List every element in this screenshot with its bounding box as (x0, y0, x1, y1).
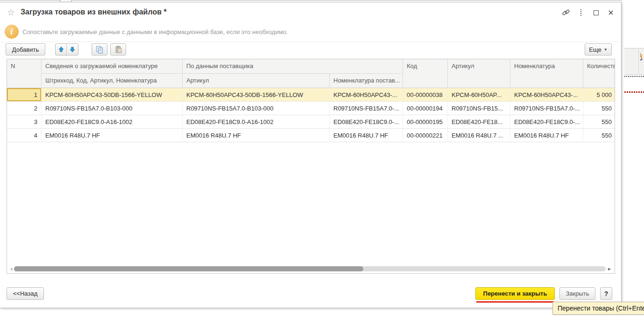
tooltip: Перенести товары (Ctrl+Enter) (552, 302, 644, 315)
more-button[interactable]: Еще ▼ (585, 43, 612, 55)
cell-loaded[interactable]: KPCM-60H50APC43-50DB-1566-YELLOW (42, 88, 183, 101)
cell-loaded[interactable]: ED08E420-FE18C9.0-A16-1002 (42, 115, 183, 128)
cell-qty[interactable]: 550 (583, 115, 615, 128)
chevron-down-icon: ▼ (604, 48, 608, 52)
cell-supplier_nom[interactable]: EM0016 R48U.7 HF (330, 129, 403, 142)
mapping-table: N Сведения о загружаемой номенклатуре Шт… (7, 59, 615, 274)
separator (0, 41, 621, 42)
move-down-button[interactable] (67, 44, 78, 55)
scrollbar-thumb[interactable] (14, 266, 363, 271)
cell-nom[interactable]: EM0016 R48U.7 HF (510, 129, 583, 142)
table-row[interactable]: 4EM0016 R48U.7 HFEM0016 R48U.7 HFEM0016 … (7, 129, 615, 142)
info-message: Сопоставьте загружаемые данные с данными… (22, 28, 288, 35)
cell-qty[interactable]: 550 (583, 102, 615, 115)
background-dotted-line-red (624, 91, 644, 93)
background-column-icon (639, 53, 644, 61)
close-button[interactable]: Закрыть (559, 287, 595, 300)
cell-n[interactable]: 4 (7, 129, 42, 142)
cell-supplier_sku[interactable]: R09710NS-FB15A7.0-B103-000 (183, 102, 330, 115)
cell-supplier_sku[interactable]: KPCM-60H50APC43-50DB-1566-YELLOW (183, 88, 330, 101)
column-header-nomenclature[interactable]: Номенклатура (510, 59, 583, 88)
arrow-up-icon (58, 46, 64, 53)
mouse-highlight-underline (476, 301, 554, 303)
cell-nom[interactable]: R09710NS-FB15A7.0-... (510, 102, 583, 115)
paste-button[interactable] (110, 43, 126, 55)
background-table-header-fragment (624, 48, 644, 75)
background-window-fragment (622, 0, 644, 318)
window-controls: ✕ (562, 8, 615, 17)
column-header-n[interactable]: N (7, 59, 42, 88)
arrow-down-icon (69, 46, 76, 53)
help-button[interactable]: ? (600, 287, 612, 300)
cell-supplier_nom[interactable]: ED08E420-FE18C9.0-... (330, 115, 403, 128)
column-header-supplier-nomenclature[interactable]: Номенклатура постав... (330, 74, 403, 88)
column-header-supplier-data[interactable]: По данным поставщика (183, 59, 403, 74)
column-header-loaded-info[interactable]: Сведения о загружаемой номенклатуре (42, 59, 183, 74)
move-up-button[interactable] (56, 44, 67, 55)
close-icon[interactable]: ✕ (607, 8, 615, 17)
cell-nom[interactable]: KPCM-60H50APC43-... (510, 88, 583, 101)
column-header-sku[interactable]: Артикул (448, 59, 510, 88)
background-window-top-edge (0, 0, 644, 0)
column-header-loaded-sub[interactable]: Штрихкод, Код, Артикул, Номенклатура (42, 74, 183, 88)
cell-sku[interactable]: EM0016 R48U.7 ... (448, 129, 510, 142)
more-button-label: Еще (589, 46, 601, 53)
table-header: N Сведения о загружаемой номенклатуре Шт… (7, 59, 615, 88)
cell-sku[interactable]: KPCM-60H50AP... (448, 88, 510, 101)
back-button[interactable]: <<Назад (7, 287, 44, 300)
cell-supplier_nom[interactable]: KPCM-60H50APC43-... (330, 88, 403, 101)
maximize-icon[interactable] (592, 8, 600, 17)
scroll-left-icon[interactable]: ◄ (9, 266, 14, 271)
cell-loaded[interactable]: EM0016 R48U.7 HF (42, 129, 183, 142)
cell-n[interactable]: 1 (7, 88, 42, 101)
paste-icon (114, 45, 122, 54)
column-header-supplier-sku[interactable]: Артикул (183, 74, 330, 88)
cell-n[interactable]: 3 (7, 115, 42, 128)
cell-qty[interactable]: 550 (583, 129, 615, 142)
cell-code[interactable]: 00-00000038 (403, 88, 448, 101)
cell-supplier_sku[interactable]: ED08E420-FE18C9.0-A16-1002 (183, 115, 330, 128)
column-header-quantity[interactable]: Количество (583, 59, 615, 88)
scroll-right-icon[interactable]: ► (607, 266, 612, 271)
cell-loaded[interactable]: R09710NS-FB15A7.0-B103-000 (42, 102, 183, 115)
move-buttons (55, 43, 78, 55)
horizontal-scrollbar: ◄ ► (8, 266, 612, 272)
cell-supplier_nom[interactable]: R09710NS-FB15A7.0-... (330, 102, 403, 115)
cell-nom[interactable]: ED08E420-FE18C9.0-... (510, 115, 583, 128)
copy-button[interactable] (92, 43, 107, 55)
copy-icon (95, 45, 104, 54)
table-row[interactable]: 2R09710NS-FB15A7.0-B103-000R09710NS-FB15… (7, 102, 615, 115)
column-header-code[interactable]: Код (403, 59, 448, 88)
cell-code[interactable]: 00-00000221 (403, 129, 448, 142)
favorite-star-icon[interactable]: ☆ (7, 8, 15, 17)
table-row[interactable]: 3ED08E420-FE18C9.0-A16-1002ED08E420-FE18… (7, 115, 615, 129)
window-menu-icon[interactable] (577, 8, 585, 17)
cell-supplier_sku[interactable]: EM0016 R48U.7 HF (183, 129, 330, 142)
page-title: Загрузка товаров из внешних файлов * (21, 8, 167, 16)
tooltip-text: Перенести товары (Ctrl+Enter) (558, 304, 644, 312)
add-button[interactable]: Добавить (6, 43, 45, 55)
cell-sku[interactable]: R09710NS-FB15... (448, 102, 510, 115)
cell-n[interactable]: 2 (7, 102, 42, 115)
table-body: 1KPCM-60H50APC43-50DB-1566-YELLOWKPCM-60… (7, 88, 615, 142)
link-icon[interactable] (562, 8, 570, 17)
scrollbar-track[interactable] (14, 266, 606, 271)
dialog-load-goods-from-files: ☆ Загрузка товаров из внешних файлов * ✕… (0, 2, 622, 308)
info-icon: i (5, 25, 19, 39)
cell-code[interactable]: 00-00000195 (403, 115, 448, 128)
cell-sku[interactable]: ED08E420-FE18... (448, 115, 510, 128)
background-dotted-line-black (624, 76, 644, 77)
cell-qty[interactable]: 5 000 (583, 88, 615, 101)
table-row[interactable]: 1KPCM-60H50APC43-50DB-1566-YELLOWKPCM-60… (7, 88, 615, 102)
cell-code[interactable]: 00-00000194 (403, 102, 448, 115)
transfer-and-close-button[interactable]: Перенести и закрыть (475, 287, 555, 300)
